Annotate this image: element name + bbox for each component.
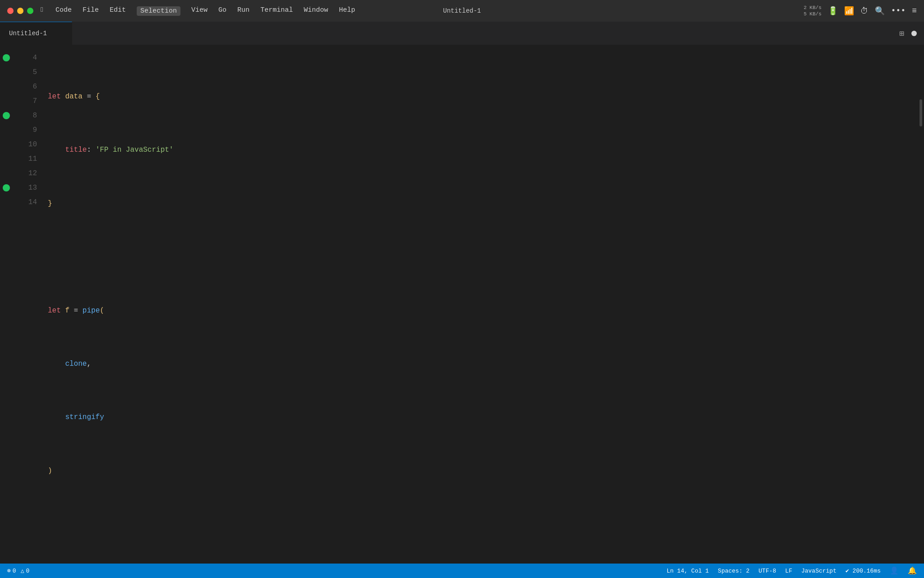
maximize-button[interactable] bbox=[27, 8, 33, 14]
token-open-brace: { bbox=[96, 90, 100, 103]
bp-line-4 bbox=[0, 51, 13, 65]
menu-go[interactable]: Go bbox=[218, 6, 226, 16]
tab-untitled-1[interactable]: Untitled-1 bbox=[0, 22, 72, 45]
code-line-4: let data = { bbox=[48, 89, 918, 104]
editor-scrollbar[interactable] bbox=[918, 45, 924, 564]
code-line-6: } bbox=[48, 196, 918, 211]
line-num-11: 11 bbox=[16, 152, 37, 166]
menu-selection[interactable]: Selection bbox=[137, 6, 180, 16]
battery-icon: 🔋 bbox=[828, 6, 838, 16]
bp-line-6 bbox=[0, 79, 13, 94]
line-num-10: 10 bbox=[16, 137, 37, 152]
line-num-6: 6 bbox=[16, 79, 37, 94]
token-eq-8: = bbox=[69, 304, 83, 317]
line-num-5: 5 bbox=[16, 65, 37, 79]
editor-dot-icon bbox=[911, 31, 917, 36]
clock-icon: ⏱ bbox=[860, 6, 869, 16]
line-num-4: 4 bbox=[16, 51, 37, 65]
bp-line-13 bbox=[0, 181, 13, 195]
bp-line-8 bbox=[0, 108, 13, 123]
bp-line-14 bbox=[0, 195, 13, 210]
bp-line-9 bbox=[0, 123, 13, 137]
code-editor[interactable]: let data = { title: 'FP in JavaScript' }… bbox=[44, 45, 918, 564]
window-controls bbox=[7, 8, 33, 14]
token-f: f bbox=[65, 304, 69, 317]
breakpoint-8[interactable] bbox=[3, 112, 10, 119]
token-indent-9 bbox=[48, 358, 65, 371]
token-colon-5: : bbox=[87, 144, 95, 157]
status-bar: ⊗ 0 △ 0 Ln 14, Col 1 Spaces: 2 UTF-8 LF … bbox=[0, 564, 924, 578]
menu-terminal[interactable]: Terminal bbox=[260, 6, 293, 16]
menu-apple[interactable]:  bbox=[41, 6, 45, 16]
line-num-8: 8 bbox=[16, 108, 37, 123]
indentation[interactable]: Spaces: 2 bbox=[718, 568, 749, 574]
tab-label: Untitled-1 bbox=[9, 30, 47, 37]
language-mode[interactable]: JavaScript bbox=[801, 568, 836, 574]
menu-run[interactable]: Run bbox=[237, 6, 249, 16]
encoding[interactable]: UTF-8 bbox=[758, 568, 776, 574]
wifi-icon: 📶 bbox=[844, 6, 854, 16]
menu-help[interactable]: Help bbox=[339, 6, 355, 16]
statusbar-right: Ln 14, Col 1 Spaces: 2 UTF-8 LF JavaScri… bbox=[666, 566, 917, 575]
code-line-7 bbox=[48, 250, 918, 265]
menu-edit[interactable]: Edit bbox=[110, 6, 126, 16]
menu-bar:  Code File Edit Selection View Go Run T… bbox=[0, 0, 924, 22]
error-x-icon: ⊗ bbox=[7, 567, 11, 574]
cursor-position[interactable]: Ln 14, Col 1 bbox=[666, 568, 709, 574]
token-title-prop: title bbox=[65, 144, 87, 157]
statusbar-left: ⊗ 0 △ 0 bbox=[7, 567, 29, 574]
editor-area: 4 5 6 7 8 9 10 11 12 13 14 let data = { … bbox=[0, 45, 924, 564]
error-count: 0 bbox=[13, 568, 16, 574]
token-eq-4: = bbox=[83, 90, 96, 103]
statusbar-errors[interactable]: ⊗ 0 △ 0 bbox=[7, 567, 29, 574]
timing-status: ✔ 200.16ms bbox=[845, 567, 881, 574]
token-stringify: stringify bbox=[65, 411, 104, 424]
finder-icon: 🔍 bbox=[875, 6, 885, 16]
warning-triangle-icon: △ bbox=[21, 567, 24, 574]
line-num-14: 14 bbox=[16, 195, 37, 210]
token-comma-9: , bbox=[87, 358, 91, 371]
token-open-paren: ( bbox=[100, 304, 104, 317]
token-indent-5 bbox=[48, 144, 65, 157]
window-title: Untitled-1 bbox=[443, 7, 481, 14]
line-num-9: 9 bbox=[16, 123, 37, 137]
menu-view[interactable]: View bbox=[191, 6, 208, 16]
token-close-brace: } bbox=[48, 197, 52, 210]
token-indent-10 bbox=[48, 411, 65, 424]
bp-line-11 bbox=[0, 152, 13, 166]
code-line-5: title: 'FP in JavaScript' bbox=[48, 143, 918, 158]
breakpoint-4[interactable] bbox=[3, 54, 10, 61]
line-num-12: 12 bbox=[16, 166, 37, 181]
line-numbers: 4 5 6 7 8 9 10 11 12 13 14 bbox=[13, 45, 44, 564]
tab-bar: Untitled-1 ⊞ bbox=[0, 22, 924, 45]
bp-line-12 bbox=[0, 166, 13, 181]
scrollbar-thumb[interactable] bbox=[919, 99, 922, 126]
code-line-10: stringify bbox=[48, 410, 918, 425]
code-line-8: let f = pipe( bbox=[48, 303, 918, 318]
line-ending[interactable]: LF bbox=[785, 568, 792, 574]
token-let-4: let bbox=[48, 90, 65, 103]
warning-count: 0 bbox=[26, 568, 29, 574]
token-clone: clone bbox=[65, 358, 87, 371]
bp-line-10 bbox=[0, 137, 13, 152]
line-num-13: 13 bbox=[16, 181, 37, 195]
breakpoint-column bbox=[0, 45, 13, 564]
menu-code[interactable]: Code bbox=[55, 6, 72, 16]
feedback-icon[interactable]: 👤 bbox=[890, 566, 899, 575]
menu-file[interactable]: File bbox=[83, 6, 99, 16]
menu-window[interactable]: Window bbox=[304, 6, 328, 16]
split-editor-icon[interactable]: ⊞ bbox=[899, 28, 904, 38]
token-pipe: pipe bbox=[83, 304, 100, 317]
close-button[interactable] bbox=[7, 8, 14, 14]
list-icon: ≡ bbox=[912, 6, 917, 15]
tab-bar-actions: ⊞ bbox=[899, 22, 924, 45]
bp-line-5 bbox=[0, 65, 13, 79]
code-line-12 bbox=[48, 517, 918, 532]
minimize-button[interactable] bbox=[17, 8, 23, 14]
network-speed: 2 KB/s 5 KB/s bbox=[804, 5, 822, 18]
token-close-paren: ) bbox=[48, 465, 52, 478]
bp-line-7 bbox=[0, 94, 13, 108]
breakpoint-13[interactable] bbox=[3, 184, 10, 191]
notification-icon[interactable]: 🔔 bbox=[908, 566, 917, 575]
line-num-7: 7 bbox=[16, 94, 37, 108]
